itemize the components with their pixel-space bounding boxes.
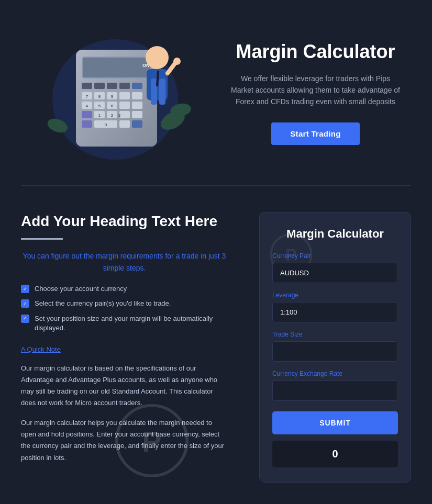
svg-rect-9: [82, 83, 92, 89]
svg-text:0: 0: [105, 122, 107, 127]
leverage-group: Leverage: [272, 292, 398, 322]
svg-text:9: 9: [111, 94, 114, 99]
svg-rect-25: [119, 102, 130, 109]
step-2-text: Select the currency pair(s) you'd like t…: [35, 299, 171, 308]
svg-text:2: 2: [111, 113, 114, 118]
svg-rect-33: [119, 111, 130, 118]
step-icon-3: [21, 315, 29, 323]
svg-rect-13: [132, 83, 142, 89]
hero-title: Margin Calculator: [230, 40, 401, 63]
svg-rect-10: [94, 83, 105, 89]
svg-rect-11: [107, 83, 117, 89]
svg-point-49: [173, 58, 181, 65]
svg-text:P: P: [142, 425, 161, 458]
leverage-input[interactable]: [272, 302, 398, 322]
content-left: Add Your Heading Text Here You can figur…: [21, 212, 238, 472]
trade-size-group: Trade Size: [272, 331, 398, 362]
hero-subtitle: We offer flexible leverage for traders w…: [230, 73, 401, 108]
step-1-text: Choose your account currency: [35, 284, 127, 294]
svg-text:6: 6: [111, 104, 114, 108]
list-item: Choose your account currency: [21, 284, 228, 294]
svg-rect-45: [151, 79, 157, 105]
watermark-icon: P: [115, 404, 189, 477]
content-highlight: You can figure out the margin requiremen…: [21, 250, 228, 274]
svg-rect-12: [119, 83, 130, 89]
quick-note-link[interactable]: A Quick Note: [21, 345, 228, 353]
list-item: Set your position size and your margin w…: [21, 314, 228, 333]
hero-illustration-container: ON 7 8 9: [31, 21, 209, 164]
start-trading-button[interactable]: Start Trading: [271, 122, 359, 145]
svg-rect-7: [83, 58, 150, 77]
submit-button[interactable]: SUBMIT: [272, 411, 398, 434]
calc-card-title: Margin Calculator: [272, 227, 398, 241]
trade-size-label: Trade Size: [272, 331, 398, 338]
exchange-rate-group: Currency Exchange Rate: [272, 370, 398, 401]
calculator-card: P Margin Calculator Currency Pair Levera…: [259, 212, 411, 483]
svg-rect-34: [132, 111, 142, 118]
step-3-text: Set your position size and your margin w…: [35, 314, 228, 333]
svg-point-43: [146, 46, 169, 69]
leverage-label: Leverage: [272, 292, 398, 299]
result-display: 0: [272, 441, 398, 467]
svg-rect-18: [132, 92, 142, 99]
svg-rect-26: [132, 102, 142, 109]
content-paragraph-1: Our margin calculator is based on the sp…: [21, 363, 228, 409]
heading-underline: [21, 238, 63, 240]
svg-rect-46: [159, 79, 165, 105]
svg-text:5: 5: [98, 104, 101, 108]
exchange-rate-input[interactable]: [272, 380, 398, 401]
svg-text:4: 4: [86, 104, 88, 108]
svg-rect-38: [82, 120, 92, 128]
svg-text:1: 1: [98, 113, 101, 118]
steps-list: Choose your account currency Select the …: [21, 284, 228, 333]
svg-text:3: 3: [118, 113, 121, 118]
exchange-rate-label: Currency Exchange Rate: [272, 370, 398, 377]
currency-pair-group: Currency Pair: [272, 252, 398, 283]
list-item: Select the currency pair(s) you'd like t…: [21, 299, 228, 308]
svg-text:8: 8: [98, 94, 101, 99]
svg-text:7: 7: [86, 94, 88, 99]
svg-rect-30: [82, 111, 92, 118]
step-icon-2: [21, 299, 29, 308]
content-section: Add Your Heading Text Here You can figur…: [0, 186, 432, 504]
svg-rect-17: [119, 92, 130, 99]
currency-pair-input[interactable]: [272, 263, 398, 283]
step-icon-1: [21, 285, 29, 293]
hero-section: ON 7 8 9: [0, 0, 432, 185]
svg-rect-41: [132, 120, 142, 128]
content-heading: Add Your Heading Text Here: [21, 212, 228, 231]
hero-illustration: ON 7 8 9: [31, 21, 199, 162]
currency-pair-label: Currency Pair: [272, 252, 398, 260]
svg-rect-40: [119, 120, 130, 128]
hero-content: Margin Calculator We offer flexible leve…: [209, 40, 401, 144]
trade-size-input[interactable]: [272, 341, 398, 362]
